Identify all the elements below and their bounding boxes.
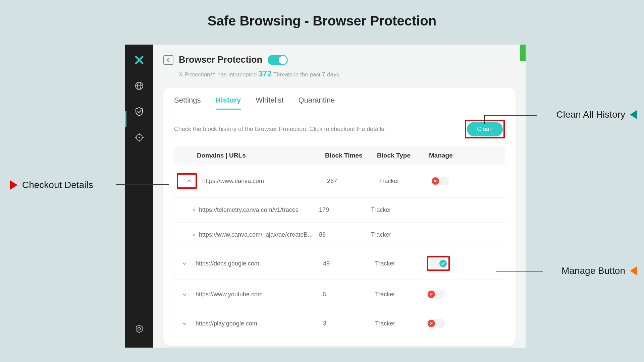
table-row: https://www.canva.com/_ajax/ae/createB..… [174, 223, 505, 247]
row-times: 49 [323, 260, 375, 267]
subtitle-mid: has Intercepted [217, 71, 258, 78]
col-domain: Domains | URLs [174, 152, 325, 159]
expand-button[interactable] [179, 318, 190, 329]
annotation-line [116, 184, 169, 185]
sidebar-item-settings[interactable] [134, 323, 145, 334]
threat-count: 372 [258, 69, 272, 78]
tab-settings[interactable]: Settings [174, 96, 201, 110]
row-times: 267 [327, 178, 379, 185]
header-title: Browser Protection [179, 55, 262, 65]
row-url: https://telemetry.canva.com/v1/traces [199, 206, 319, 214]
bullet-icon [193, 209, 195, 211]
callout-checkout-details: Checkout Details [10, 180, 93, 190]
table-row: https://www.youtube.com 5 Tracker [174, 280, 505, 309]
expand-button[interactable] [179, 289, 190, 300]
callout-text: Manage Button [561, 265, 625, 276]
subtitle: X-Protection™ has Intercepted 372 Threat… [179, 69, 516, 78]
table-header: Domains | URLs Block Times Block Type Ma… [174, 146, 505, 165]
switch-knob-off-icon [428, 291, 435, 298]
bullet-icon [193, 234, 195, 236]
row-url: https://www.canva.com/_ajax/ae/createB..… [199, 231, 319, 238]
svg-point-10 [138, 327, 141, 330]
header-row: Browser Protection [163, 55, 516, 65]
sidebar-item-web[interactable] [134, 80, 145, 91]
row-url: https://play.google.com [196, 320, 323, 327]
sidebar-active-indicator [125, 111, 126, 127]
svg-point-4 [139, 137, 140, 138]
row-times: 179 [319, 206, 371, 214]
switch-knob-on-icon [439, 260, 447, 267]
callout-text: Checkout Details [22, 180, 93, 190]
clean-button[interactable]: Clean [467, 122, 503, 136]
sidebar-item-target[interactable] [134, 132, 145, 143]
col-type: Block Type [377, 152, 429, 159]
table-row: https://www.canva.com 267 Tracker [174, 165, 505, 198]
row-times: 5 [323, 291, 375, 298]
tab-quarantine[interactable]: Quarantine [298, 96, 335, 110]
row-type: Tracker [375, 320, 427, 327]
table-row: https://docs.google.com 49 Tracker [174, 247, 505, 280]
row-times: 88 [319, 231, 371, 238]
content-card: Settings History Whitelist Quarantine Ch… [163, 88, 516, 346]
col-manage: Manage [429, 152, 505, 159]
row-manage [427, 290, 505, 299]
switch-knob-off-icon [428, 320, 435, 327]
back-button[interactable] [163, 55, 173, 65]
row-type: Tracker [371, 231, 423, 238]
annotation-line [496, 272, 543, 272]
callout-clean-all: Clean All History [556, 109, 637, 120]
row-manage [427, 256, 505, 271]
row-url: https://www.youtube.com [196, 291, 323, 298]
table-row: https://play.google.com 3 Tracker [174, 309, 505, 338]
expand-button[interactable] [179, 258, 190, 269]
row-type: Tracker [371, 206, 423, 214]
callout-text: Clean All History [556, 109, 625, 120]
row-url: https://www.canva.com [202, 178, 327, 185]
clean-button-highlight: Clean [465, 120, 505, 138]
instruction-row: Check the block history of the Browser P… [174, 120, 505, 138]
triangle-left-icon [630, 110, 637, 119]
expand-highlight [177, 173, 197, 189]
app-logo-icon [134, 55, 145, 65]
manage-switch-highlight [427, 256, 450, 271]
protection-toggle[interactable] [268, 55, 288, 65]
manage-toggle[interactable] [431, 177, 449, 185]
row-manage [431, 177, 505, 185]
table-row: https://telemetry.canva.com/v1/traces 17… [174, 198, 505, 223]
triangle-left-icon [630, 266, 637, 276]
col-times: Block Times [325, 152, 377, 159]
row-url: https://docs.google.com [196, 260, 323, 267]
manage-toggle[interactable] [427, 290, 445, 299]
sidebar-item-protection[interactable] [134, 106, 145, 117]
manage-toggle[interactable] [427, 319, 445, 328]
subtitle-suffix: Threats in the past 7-days [272, 71, 339, 78]
expand-button[interactable] [183, 175, 195, 187]
main-content: Browser Protection X-Protection™ has Int… [153, 45, 526, 348]
sidebar [125, 45, 153, 348]
annotation-line [484, 115, 537, 116]
manage-toggle[interactable] [429, 259, 447, 268]
row-type: Tracker [375, 291, 427, 298]
switch-knob-off-icon [432, 177, 439, 185]
triangle-right-icon [10, 180, 17, 190]
row-times: 3 [323, 320, 375, 327]
tab-row: Settings History Whitelist Quarantine [174, 96, 505, 110]
row-type: Tracker [375, 260, 427, 267]
callout-manage-button: Manage Button [561, 265, 637, 276]
row-manage [427, 319, 505, 328]
row-type: Tracker [379, 178, 431, 185]
toggle-thumb [279, 56, 287, 64]
instruction-text: Check the block history of the Browser P… [174, 126, 386, 133]
page-title: Safe Browsing - Browser Protection [208, 13, 436, 28]
tab-history[interactable]: History [216, 96, 241, 110]
subtitle-prefix: X-Protection™ [179, 71, 217, 78]
annotation-line [484, 115, 485, 124]
svg-marker-9 [136, 325, 142, 333]
tab-whitelist[interactable]: Whitelist [256, 96, 283, 110]
app-window: Browser Protection X-Protection™ has Int… [125, 45, 526, 348]
